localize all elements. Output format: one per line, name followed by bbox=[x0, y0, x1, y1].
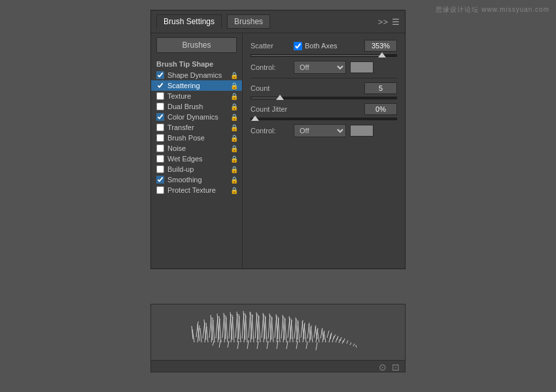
watermark: 思缘设计论坛 www.missyuan.com bbox=[436, 5, 549, 14]
brush-pose-checkbox[interactable] bbox=[156, 134, 164, 142]
sidebar-item-brush-pose[interactable]: Brush Pose 🔒 bbox=[151, 133, 242, 143]
svg-line-90 bbox=[322, 331, 324, 342]
svg-line-93 bbox=[332, 336, 334, 342]
scatter-row: Scatter Both Axes bbox=[251, 40, 397, 52]
svg-line-98 bbox=[219, 340, 220, 348]
scatter-slider-container bbox=[251, 54, 397, 57]
svg-line-57 bbox=[213, 318, 215, 342]
sidebar-item-noise[interactable]: Noise 🔒 bbox=[151, 143, 242, 154]
svg-line-69 bbox=[252, 314, 254, 342]
shape-dynamics-checkbox[interactable] bbox=[156, 71, 164, 79]
brush-stroke-svg bbox=[173, 310, 383, 355]
both-axes-label-wrap[interactable]: Both Axes bbox=[294, 42, 338, 50]
svg-line-50 bbox=[356, 345, 356, 348]
svg-line-53 bbox=[200, 328, 201, 342]
scatter-value[interactable] bbox=[364, 40, 397, 52]
sidebar-item-wet-edges[interactable]: Wet Edges 🔒 bbox=[151, 154, 242, 164]
count-slider-container bbox=[251, 97, 397, 99]
svg-line-81 bbox=[291, 319, 293, 342]
control2-row: Control: Off bbox=[251, 124, 397, 137]
protect-texture-checkbox[interactable] bbox=[156, 186, 164, 194]
svg-line-87 bbox=[311, 327, 313, 342]
count-jitter-value[interactable] bbox=[364, 103, 397, 115]
svg-line-108 bbox=[316, 342, 317, 350]
count-jitter-slider-track[interactable] bbox=[251, 118, 397, 120]
sidebar-item-scattering[interactable]: Scattering 🔒 bbox=[151, 80, 242, 91]
dual-brush-checkbox[interactable] bbox=[156, 103, 164, 110]
svg-line-83 bbox=[298, 320, 300, 342]
brushes-button[interactable]: Brushes bbox=[156, 37, 237, 53]
control1-select[interactable]: Off bbox=[294, 61, 346, 74]
protect-texture-label: Protect Texture bbox=[167, 186, 230, 194]
brush-preview-canvas bbox=[151, 304, 405, 360]
count-row: Count bbox=[251, 82, 397, 94]
texture-checkbox[interactable] bbox=[156, 92, 164, 100]
count-slider-thumb[interactable] bbox=[276, 95, 284, 100]
wet-edges-label: Wet Edges bbox=[167, 155, 230, 163]
both-axes-text: Both Axes bbox=[305, 42, 338, 50]
lock-icon-brush-pose: 🔒 bbox=[230, 135, 238, 142]
svg-line-107 bbox=[306, 342, 307, 349]
brush-tip-shape-header: Brush Tip Shape bbox=[151, 58, 242, 70]
svg-line-41 bbox=[327, 331, 329, 338]
smoothing-label: Smoothing bbox=[167, 176, 230, 184]
count-slider-track[interactable] bbox=[251, 97, 397, 99]
buildup-checkbox[interactable] bbox=[156, 165, 164, 173]
control1-row: Control: Off bbox=[251, 61, 397, 74]
preview-icon2[interactable]: ⊡ bbox=[392, 362, 400, 372]
wet-edges-checkbox[interactable] bbox=[156, 155, 164, 163]
tab-brushes[interactable]: Brushes bbox=[227, 14, 270, 29]
lock-icon-color-dynamics: 🔒 bbox=[230, 114, 238, 121]
svg-line-48 bbox=[350, 342, 351, 345]
count-jitter-row: Count Jitter bbox=[251, 103, 397, 115]
transfer-checkbox[interactable] bbox=[156, 123, 164, 131]
svg-line-97 bbox=[213, 341, 214, 346]
svg-line-65 bbox=[239, 314, 241, 342]
tab-brush-settings[interactable]: Brush Settings bbox=[156, 14, 222, 29]
sidebar-item-dual-brush[interactable]: Dual Brush 🔒 bbox=[151, 101, 242, 112]
sidebar: Brushes Brush Tip Shape Shape Dynamics 🔒… bbox=[151, 33, 243, 269]
sidebar-item-protect-texture[interactable]: Protect Texture 🔒 bbox=[151, 185, 242, 195]
sidebar-item-color-dynamics[interactable]: Color Dynamics 🔒 bbox=[151, 112, 242, 122]
brush-pose-label: Brush Pose bbox=[167, 134, 230, 142]
noise-checkbox[interactable] bbox=[156, 144, 164, 152]
preview-icon1[interactable]: ⊙ bbox=[379, 362, 387, 372]
svg-line-73 bbox=[265, 316, 267, 342]
control2-select[interactable]: Off bbox=[294, 124, 346, 137]
scattering-checkbox[interactable] bbox=[156, 82, 164, 90]
count-jitter-label: Count Jitter bbox=[251, 105, 290, 113]
lock-icon-smoothing: 🔒 bbox=[230, 176, 238, 184]
sidebar-item-shape-dynamics[interactable]: Shape Dynamics 🔒 bbox=[151, 70, 242, 80]
sidebar-item-texture[interactable]: Texture 🔒 bbox=[151, 91, 242, 101]
lock-icon-protect-texture: 🔒 bbox=[230, 187, 238, 194]
svg-line-40 bbox=[322, 329, 324, 340]
control2-label: Control: bbox=[251, 127, 290, 135]
svg-line-71 bbox=[258, 315, 260, 342]
svg-line-47 bbox=[347, 340, 348, 344]
smoothing-checkbox[interactable] bbox=[156, 176, 164, 184]
panel-body: Brushes Brush Tip Shape Shape Dynamics 🔒… bbox=[151, 33, 405, 269]
noise-label: Noise bbox=[167, 144, 230, 152]
scatter-slider-track[interactable] bbox=[251, 54, 397, 57]
scattering-label: Scattering bbox=[167, 82, 230, 90]
count-jitter-slider-thumb[interactable] bbox=[251, 116, 259, 121]
svg-line-95 bbox=[339, 339, 340, 343]
dual-brush-label: Dual Brush bbox=[167, 103, 230, 110]
sidebar-item-transfer[interactable]: Transfer 🔒 bbox=[151, 122, 242, 133]
sidebar-item-smoothing[interactable]: Smoothing 🔒 bbox=[151, 174, 242, 185]
svg-line-77 bbox=[278, 317, 280, 342]
color-dynamics-checkbox[interactable] bbox=[156, 113, 164, 121]
scatter-slider-thumb[interactable] bbox=[378, 52, 386, 57]
count-value[interactable] bbox=[364, 82, 397, 94]
sidebar-item-buildup[interactable]: Build-up 🔒 bbox=[151, 164, 242, 174]
control2-color bbox=[350, 125, 374, 137]
count-label: Count bbox=[251, 84, 290, 92]
svg-line-75 bbox=[271, 316, 273, 342]
menu-icon[interactable]: ☰ bbox=[392, 17, 400, 27]
lock-icon-transfer: 🔒 bbox=[230, 124, 238, 131]
both-axes-checkbox[interactable] bbox=[294, 42, 302, 50]
expand-icon[interactable]: >> bbox=[378, 17, 388, 27]
svg-line-63 bbox=[232, 315, 234, 342]
svg-line-79 bbox=[285, 318, 287, 342]
svg-line-45 bbox=[340, 337, 341, 341]
